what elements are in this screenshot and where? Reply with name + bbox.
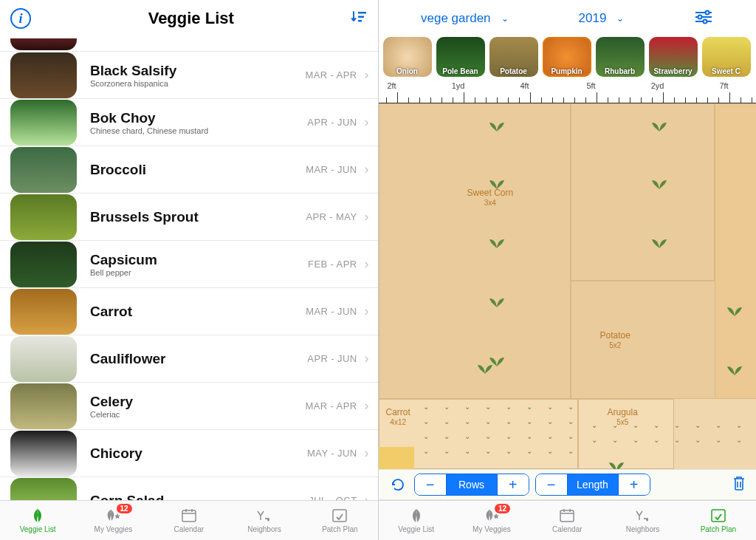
plant-sprout[interactable] xyxy=(726,303,743,318)
chevron-right-icon: › xyxy=(365,67,369,83)
right-header: vege garden⌄ 2019⌄ xyxy=(379,0,757,37)
veggie-thumb xyxy=(10,38,77,50)
length-label: Length xyxy=(567,474,619,495)
tab-patch-plan[interactable]: Patch Plan xyxy=(681,501,756,540)
rows-plus-button[interactable]: + xyxy=(498,474,529,495)
garden-canvas[interactable]: Sweet Corn3x4 Potatoe5x2 Carrot4x12 Arug… xyxy=(379,103,757,469)
list-item[interactable]: Broccoli MAR - JUN › xyxy=(0,146,378,194)
list-item[interactable] xyxy=(0,37,378,52)
plant-sprout[interactable] xyxy=(488,176,506,191)
page-title: Veggie List xyxy=(148,9,234,28)
patch-icon xyxy=(331,507,348,524)
garden-dropdown[interactable]: vege garden⌄ xyxy=(421,11,509,26)
tab-label: Patch Plan xyxy=(322,525,357,533)
tab-my-veggies[interactable]: 12My Veggies xyxy=(75,501,151,540)
plant-sprout[interactable] xyxy=(488,235,506,250)
settings-icon[interactable] xyxy=(694,10,713,27)
calendar-icon xyxy=(181,507,197,524)
right-pane: vege garden⌄ 2019⌄ Onion Pole Bean Potat… xyxy=(379,0,757,540)
list-item[interactable]: Corn Salad JUL - OCT › xyxy=(0,477,378,500)
list-item[interactable]: Carrot MAR - JUN › xyxy=(0,288,378,335)
crop-chip-pumpkin[interactable]: Pumpkin xyxy=(543,37,591,77)
plant-sprout[interactable] xyxy=(488,118,506,133)
crop-chip-sweetcorn[interactable]: Sweet C xyxy=(702,37,751,77)
veggie-name: Corn Salad xyxy=(90,493,309,501)
rows-stepper: − Rows + xyxy=(414,474,529,496)
crop-chip-onion[interactable]: Onion xyxy=(383,37,432,77)
veggie-thumb xyxy=(10,383,77,429)
plant-sprout[interactable] xyxy=(726,362,743,377)
trash-icon[interactable] xyxy=(731,474,747,495)
chevron-right-icon: › xyxy=(365,304,369,319)
list-item[interactable]: Cauliflower APR - JUN › xyxy=(0,335,378,383)
veggie-sublabel: Scorzonera hispanica xyxy=(90,79,305,88)
svg-rect-14 xyxy=(560,510,574,522)
tab-my-veggies[interactable]: 12My Veggies xyxy=(454,501,529,540)
tab-veggie-list[interactable]: Veggie List xyxy=(379,501,454,540)
plant-sprout[interactable] xyxy=(608,458,625,469)
crop-chip-potatoe[interactable]: Potatoe xyxy=(489,37,538,77)
list-item[interactable]: CeleryCeleriac MAR - APR › xyxy=(0,383,378,430)
patch[interactable] xyxy=(571,103,715,281)
length-plus-button[interactable]: + xyxy=(619,474,650,495)
path-marker xyxy=(379,447,414,469)
crop-chip-polebean[interactable]: Pole Bean xyxy=(436,37,485,77)
svg-rect-18 xyxy=(712,510,725,522)
svg-rect-1 xyxy=(358,16,364,18)
crop-strip[interactable]: Onion Pole Bean Potatoe Pumpkin Rhubarb … xyxy=(379,37,757,80)
veggie-thumb xyxy=(10,147,77,193)
veggie-thumb xyxy=(10,289,77,335)
patch[interactable] xyxy=(715,103,757,399)
chevron-right-icon: › xyxy=(365,162,369,177)
list-item[interactable]: CapsicumBell pepper FEB - APR › xyxy=(0,241,378,288)
veggie-list[interactable]: Black SalsifyScorzonera hispanica MAR - … xyxy=(0,37,378,500)
year-dropdown[interactable]: 2019⌄ xyxy=(579,11,625,26)
tab-patch-plan[interactable]: Patch Plan xyxy=(302,501,377,540)
left-pane: i Veggie List Black SalsifyScorzonera hi… xyxy=(0,0,378,540)
tab-calendar[interactable]: Calendar xyxy=(151,501,227,540)
list-item[interactable]: Brussels Sprout APR - MAY › xyxy=(0,194,378,241)
tab-label: Neighbors xyxy=(626,525,660,533)
tab-label: Patch Plan xyxy=(701,525,736,533)
tab-label: My Veggies xyxy=(94,525,133,533)
tab-label: Neighbors xyxy=(247,525,281,533)
refresh-icon[interactable] xyxy=(388,474,408,495)
plant-sprout[interactable] xyxy=(488,294,506,309)
svg-rect-3 xyxy=(182,510,196,522)
garden-name: vege garden xyxy=(421,11,491,26)
veggie-months: MAR - JUN xyxy=(306,164,357,175)
sort-icon[interactable] xyxy=(351,10,368,27)
veggie-sublabel: Chinese chard, Chinese mustard xyxy=(90,126,307,135)
tab-label: Calendar xyxy=(552,525,583,533)
veggie-thumb xyxy=(10,100,77,146)
chevron-right-icon: › xyxy=(365,445,369,461)
veggie-name: Capsicum xyxy=(90,252,308,268)
tab-neighbors[interactable]: Neighbors xyxy=(605,501,680,540)
rows-minus-button[interactable]: − xyxy=(415,474,446,495)
chevron-right-icon: › xyxy=(365,209,369,225)
chevron-right-icon: › xyxy=(365,115,369,130)
svg-point-12 xyxy=(698,16,702,19)
veggie-sublabel: Bell pepper xyxy=(90,268,308,277)
tab-bar: Veggie List 12My Veggies Calendar Neighb… xyxy=(379,500,757,540)
list-item[interactable]: Black SalsifyScorzonera hispanica MAR - … xyxy=(0,52,378,99)
plant-sprout[interactable] xyxy=(650,235,668,250)
crop-chip-rhubarb[interactable]: Rhubarb xyxy=(596,37,645,77)
plant-sprout[interactable] xyxy=(476,360,494,375)
info-icon[interactable]: i xyxy=(10,8,31,29)
svg-point-11 xyxy=(706,11,709,15)
chevron-down-icon: ⌄ xyxy=(501,13,509,24)
crop-chip-strawberry[interactable]: Strawberry xyxy=(649,37,698,77)
patch-sweetcorn[interactable] xyxy=(379,103,571,399)
length-minus-button[interactable]: − xyxy=(536,474,567,495)
list-item[interactable]: Chicory MAY - JUN › xyxy=(0,430,378,477)
veggie-name: Chicory xyxy=(90,445,307,462)
tab-neighbors[interactable]: Neighbors xyxy=(227,501,302,540)
patch-label-sweetcorn: Sweet Corn3x4 xyxy=(467,188,514,208)
list-item[interactable]: Bok ChoyChinese chard, Chinese mustard A… xyxy=(0,99,378,146)
tab-calendar[interactable]: Calendar xyxy=(529,501,605,540)
veggie-thumb xyxy=(10,52,77,98)
plant-sprout[interactable] xyxy=(650,118,668,133)
plant-sprout[interactable] xyxy=(650,176,668,191)
tab-veggie-list[interactable]: Veggie List xyxy=(0,501,75,540)
